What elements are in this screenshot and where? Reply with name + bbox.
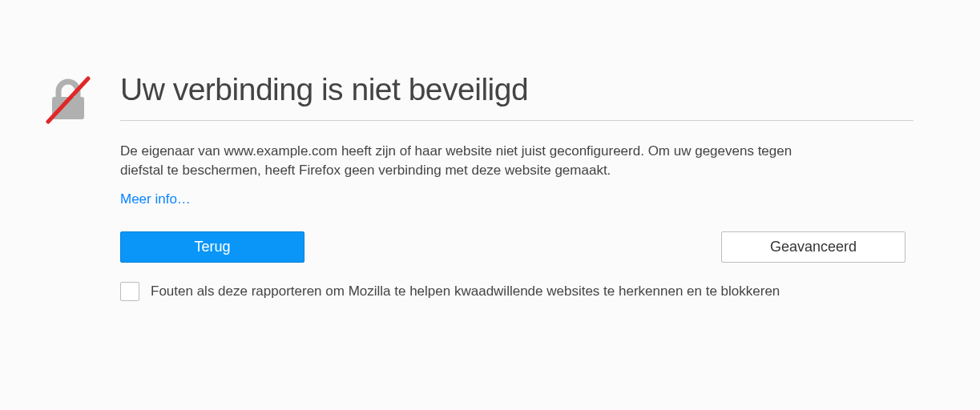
report-errors-row: Fouten als deze rapporteren om Mozilla t… — [120, 282, 905, 301]
icon-column — [44, 72, 112, 127]
content-column: Uw verbinding is niet beveiligd De eigen… — [112, 72, 913, 301]
error-page-container: Uw verbinding is niet beveiligd De eigen… — [0, 0, 980, 301]
report-errors-checkbox[interactable] — [120, 282, 139, 301]
insecure-lock-icon — [44, 113, 92, 127]
advanced-button[interactable]: Geavanceerd — [721, 231, 905, 263]
divider — [120, 120, 913, 121]
back-button[interactable]: Terug — [120, 231, 304, 263]
error-description: De eigenaar van www.example.com heeft zi… — [120, 142, 809, 180]
button-row: Terug Geavanceerd — [120, 231, 905, 263]
more-info-link[interactable]: Meer info… — [120, 191, 191, 207]
page-title: Uw verbinding is niet beveiligd — [120, 72, 913, 107]
report-errors-label: Fouten als deze rapporteren om Mozilla t… — [151, 283, 780, 300]
